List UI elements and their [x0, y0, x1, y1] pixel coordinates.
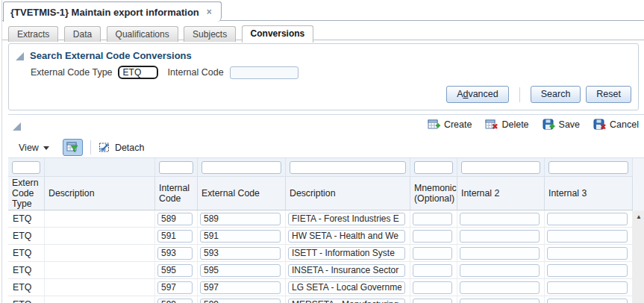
cell-internal-code-input[interactable]	[157, 264, 193, 277]
cell-internal-code-input[interactable]	[157, 299, 193, 303]
cell-internal3-input[interactable]	[547, 213, 628, 225]
save-disk-icon	[543, 119, 555, 131]
create-table-icon	[428, 119, 440, 131]
filter-description-input[interactable]	[290, 161, 406, 174]
cell-external-code-input[interactable]	[200, 264, 281, 277]
cell-description2-input[interactable]	[288, 213, 405, 225]
cell-mnemonic-input[interactable]	[413, 213, 452, 225]
tab-qualifications[interactable]: Qualifications	[107, 26, 178, 42]
cell-internal3-input[interactable]	[547, 281, 628, 294]
subtab-bar: Extracts Data Qualifications Subjects Co…	[2, 21, 644, 40]
cell-internal-code-input[interactable]	[157, 213, 193, 225]
col-header-ext-code-type[interactable]: Extern Code Type	[8, 177, 45, 210]
col-header-internal-code[interactable]: Internal Code	[155, 177, 198, 210]
cancel-label: Cancel	[610, 119, 639, 130]
tab-extracts[interactable]: Extracts	[8, 26, 58, 42]
window-tab-bar: {TVETMIS-1} Maintain export information …	[2, 0, 644, 21]
cell-ext-code-type: ETQ	[8, 228, 45, 244]
cell-mnemonic-input[interactable]	[413, 230, 452, 243]
table-row[interactable]: ETQ	[8, 262, 633, 279]
table-row[interactable]: ETQ	[8, 228, 633, 245]
delete-label: Delete	[501, 119, 528, 130]
filter-table-icon	[66, 142, 78, 153]
cell-internal2-input[interactable]	[460, 247, 540, 260]
tab-subjects[interactable]: Subjects	[184, 26, 236, 42]
filter-internal2-input[interactable]	[461, 161, 540, 174]
create-button[interactable]: Create	[428, 119, 472, 131]
table-row[interactable]: ETQ	[8, 296, 633, 303]
col-header-mnemonic[interactable]: Mnemonic (Optional)	[410, 177, 457, 210]
external-code-type-input[interactable]	[118, 66, 158, 79]
filter-ext-code-type-input[interactable]	[12, 161, 40, 174]
cell-internal3-input[interactable]	[547, 264, 628, 277]
scrollbar-track[interactable]: ▲	[633, 210, 644, 303]
results-disclosure-triangle-icon[interactable]	[11, 121, 22, 131]
cell-internal3-input[interactable]	[547, 299, 628, 303]
disclosure-triangle-icon[interactable]	[14, 51, 25, 61]
cell-internal3-input[interactable]	[547, 247, 628, 260]
internal-code-label: Internal Code	[168, 67, 224, 78]
col-header-description1[interactable]: Description	[45, 177, 155, 210]
cell-description2-input[interactable]	[288, 247, 405, 260]
cell-mnemonic-input[interactable]	[413, 264, 452, 277]
internal-code-input[interactable]	[230, 66, 298, 79]
filter-internal-code-input[interactable]	[159, 161, 193, 174]
col-header-internal2[interactable]: Internal 2	[457, 177, 545, 210]
cell-external-code-input[interactable]	[200, 299, 281, 303]
save-button[interactable]: Save	[543, 119, 581, 131]
cell-description2-input[interactable]	[288, 230, 405, 243]
tab-conversions[interactable]: Conversions	[242, 25, 314, 43]
cell-internal-code-input[interactable]	[157, 247, 193, 260]
col-header-description2[interactable]: Description	[286, 177, 410, 210]
detach-window-icon	[99, 142, 110, 153]
cell-mnemonic-input[interactable]	[413, 299, 452, 303]
cell-internal2-input[interactable]	[460, 230, 540, 243]
delete-button[interactable]: Delete	[485, 119, 528, 131]
cancel-button[interactable]: Cancel	[593, 119, 639, 131]
table-row[interactable]: ETQ	[8, 210, 633, 228]
cell-description1	[45, 279, 155, 296]
cell-external-code-input[interactable]	[200, 213, 281, 225]
cell-description2-input[interactable]	[288, 299, 405, 303]
cell-internal2-input[interactable]	[460, 299, 540, 303]
table-row[interactable]: ETQ	[8, 279, 633, 296]
cell-description1	[45, 210, 155, 227]
cell-external-code-input[interactable]	[200, 247, 281, 260]
cell-ext-code-type: ETQ	[8, 296, 45, 303]
advanced-button[interactable]: Advanced	[446, 86, 509, 103]
cell-description2-input[interactable]	[288, 281, 405, 294]
chevron-down-icon	[43, 146, 49, 150]
cell-description1	[45, 296, 155, 303]
query-by-example-toggle[interactable]	[63, 139, 83, 156]
table-row[interactable]: ETQ	[8, 245, 633, 262]
view-menu-button[interactable]: View	[16, 140, 52, 155]
cell-external-code-input[interactable]	[200, 230, 281, 243]
cell-internal-code-input[interactable]	[157, 281, 193, 294]
cell-external-code-input[interactable]	[200, 281, 281, 294]
cell-description2-input[interactable]	[288, 264, 405, 277]
scroll-up-arrow-icon[interactable]: ▲	[633, 210, 644, 220]
cell-internal2-input[interactable]	[460, 264, 540, 277]
cell-internal-code-input[interactable]	[157, 230, 193, 243]
filter-mnemonic-input[interactable]	[414, 161, 453, 174]
cell-mnemonic-input[interactable]	[413, 247, 452, 260]
results-panel: Create Delete	[8, 114, 644, 303]
cell-internal3-input[interactable]	[547, 230, 628, 243]
window-tab[interactable]: {TVETMIS-1} Maintain export information …	[3, 1, 222, 22]
search-button[interactable]: Search	[531, 86, 581, 103]
table-scrollbar: ▲	[633, 157, 644, 303]
filter-external-code-input[interactable]	[201, 161, 281, 174]
reset-button[interactable]: Reset	[586, 86, 631, 103]
tab-data[interactable]: Data	[64, 26, 101, 42]
cell-internal2-input[interactable]	[460, 281, 540, 294]
cell-mnemonic-input[interactable]	[413, 281, 452, 294]
filter-internal3-input[interactable]	[548, 161, 628, 174]
col-header-internal3[interactable]: Internal 3	[545, 177, 633, 210]
cell-description1	[45, 262, 155, 278]
detach-button[interactable]: Detach	[99, 142, 145, 153]
cell-description1	[45, 245, 155, 261]
cell-internal2-input[interactable]	[460, 213, 540, 225]
create-label: Create	[444, 119, 472, 130]
close-icon[interactable]: ×	[207, 7, 212, 17]
col-header-external-code[interactable]: External Code	[198, 177, 286, 210]
